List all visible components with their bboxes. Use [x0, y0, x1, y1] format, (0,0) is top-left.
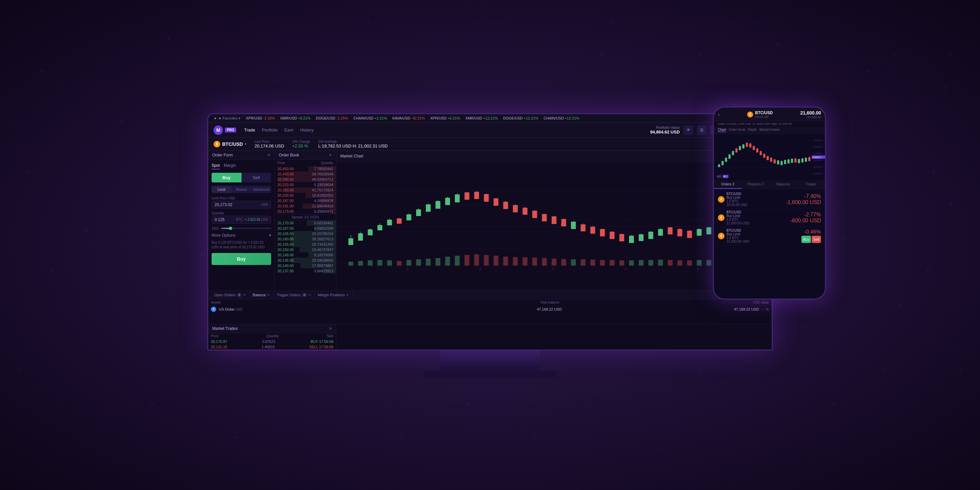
tab-market[interactable]: Market	[232, 186, 251, 193]
trade-row-2: 20,121.16 1.46815 SELL 17:56:08	[211, 344, 333, 350]
limit-price-input[interactable]: 20,173.02 USD	[212, 201, 271, 209]
nav-portfolio[interactable]: Portfolio	[262, 128, 278, 132]
balance-up-arrow[interactable]: ↑	[762, 307, 764, 311]
phone-price-area: 21,600.00 -25,000.00	[800, 110, 821, 119]
tab-spot[interactable]: Spot	[212, 163, 220, 169]
phone-header: ‹ ₿ BTC/USD Vol:43.3M 21,600.00 -25,000.…	[714, 107, 825, 121]
portfolio-value: Portfolio Value 94,864.62 USD	[650, 126, 679, 134]
svg-rect-43	[494, 198, 499, 206]
order-book-close-icon[interactable]: ✕	[329, 153, 332, 158]
ticker-item-kava[interactable]: KAVA/USD -42.21%	[392, 116, 425, 120]
phone-back-button[interactable]: ‹	[718, 112, 719, 118]
svg-rect-27	[416, 209, 421, 216]
phone-tab-chart[interactable]: Chart	[718, 128, 726, 132]
bottom-panel-main: Open Orders 3 ✕ Balance ✕ Trigger Orders…	[208, 291, 772, 324]
svg-rect-61	[581, 224, 585, 231]
svg-rect-121	[571, 259, 576, 266]
tab-limit[interactable]: Limit	[212, 186, 232, 193]
phone-tab-trades[interactable]: Trades	[797, 180, 825, 189]
svg-rect-79	[668, 227, 673, 235]
balance-percent-icon[interactable]: %	[765, 307, 769, 311]
svg-rect-45	[503, 202, 508, 209]
tab-open-orders[interactable]: Open Orders 3 ✕	[211, 291, 250, 299]
bid-row: 20,145.0029.59538830	[275, 258, 336, 263]
svg-rect-132	[677, 260, 682, 266]
ob-column-headers: Price Quantity	[275, 160, 336, 166]
svg-rect-55	[552, 216, 557, 224]
phone-tab-orderbook[interactable]: Order book	[729, 128, 745, 132]
tab-margin[interactable]: Margin	[224, 163, 236, 169]
leverage-row: 18%	[212, 227, 271, 230]
more-options-row[interactable]: More Options ▾	[212, 233, 271, 238]
ticker-item-xpr[interactable]: XPR/USD -2.18%	[246, 116, 275, 120]
svg-rect-194	[774, 160, 776, 163]
svg-rect-57	[561, 219, 566, 227]
nav-earn[interactable]: Earn	[285, 128, 293, 132]
favorites-dropdown[interactable]: ★ ★ Favorites ▾	[213, 116, 240, 121]
grid-icon[interactable]: ⊞	[697, 126, 706, 135]
svg-rect-162	[718, 164, 720, 167]
ticker-item-doge[interactable]: DOGE/USD -1.25%	[316, 116, 348, 120]
svg-rect-21	[387, 220, 392, 225]
phone-chart-area: 22000.0 21500.0 21000.0 20500.0 20000.0 …	[714, 134, 825, 180]
balance-close-icon[interactable]: ✕	[267, 293, 270, 297]
market-trades-close-icon[interactable]: ✕	[329, 326, 332, 331]
phone-buy-button[interactable]: Buy	[801, 236, 811, 243]
svg-rect-87	[706, 227, 711, 235]
quantity-input[interactable]: 0.125 BTC + 2,521.62 USD	[212, 216, 271, 224]
phone-tab-balances[interactable]: Balances	[770, 180, 797, 189]
ticker-item-xmr2[interactable]: XMR/USD +12.21%	[465, 116, 498, 120]
svg-text:2: 2	[479, 267, 481, 270]
instrument-selector[interactable]: ₿ BTC/USD ▾	[213, 141, 247, 147]
candlestick-chart: 23000.0 22500.0 22000.0 21500.0 21000.0 …	[336, 162, 772, 278]
order-form-close-icon[interactable]: ✕	[267, 153, 270, 158]
svg-rect-19	[377, 225, 383, 230]
eye-icon[interactable]: 👁	[684, 126, 693, 135]
svg-rect-37	[465, 192, 469, 200]
phone-tab-orders[interactable]: Orders 3	[714, 180, 742, 189]
svg-rect-204	[791, 159, 793, 163]
ticker-item-chain[interactable]: CHAIN/USD +2.21%	[353, 116, 387, 120]
phone-tab-depth[interactable]: Depth	[748, 128, 757, 132]
sell-tab[interactable]: Sell	[242, 173, 272, 182]
ticker-item-chain2[interactable]: CHAIN/USD +12.21%	[544, 116, 579, 120]
svg-rect-85	[697, 229, 702, 236]
tab-trigger-orders[interactable]: Trigger Orders 0 ✕	[274, 291, 314, 299]
svg-rect-71	[629, 236, 634, 243]
svg-rect-115	[513, 257, 518, 266]
ticker-item-xmr[interactable]: XMR/USD +0.21%	[280, 116, 310, 120]
leverage-bar[interactable]	[221, 228, 271, 229]
tab-balance[interactable]: Balance ✕	[250, 291, 274, 299]
order-book-bids: 20,170.009.58339481 20,167.006.59652599 …	[275, 220, 336, 274]
bid-row: 20,140.0017.95979887	[275, 263, 336, 268]
ask-row: 20,181.0011.69549418	[275, 203, 336, 209]
svg-text:20500.0: 20500.0	[814, 159, 822, 162]
trigger-orders-close-icon[interactable]: ✕	[309, 293, 311, 297]
bid-row: 20,165.0023.20798216	[275, 231, 336, 236]
instrument-chevron-icon: ▾	[245, 142, 247, 146]
nav-history[interactable]: History	[300, 128, 313, 132]
phone-chart-svg: 22000.0 21500.0 21000.0 20500.0 20000.0 …	[714, 134, 825, 180]
svg-rect-109	[455, 255, 460, 266]
margin-positions-close-icon[interactable]: ✕	[346, 293, 349, 297]
ticker-item-doge2[interactable]: DOGE/USD +12.21%	[503, 116, 538, 120]
tab-margin-positions[interactable]: Margin Positions ✕	[315, 291, 353, 299]
svg-rect-172	[735, 148, 738, 152]
buy-tab[interactable]: Buy	[212, 173, 242, 182]
open-orders-close-icon[interactable]: ✕	[243, 293, 246, 297]
svg-rect-53	[542, 214, 547, 221]
ask-row: 20,200.0010.41982052	[275, 193, 336, 198]
buy-button[interactable]: Buy	[212, 253, 271, 265]
phone-sell-button[interactable]: Sell	[812, 236, 821, 243]
bid-row: 20,137.003.88473913	[275, 268, 336, 274]
price-range: 24h low/high L:19,782.53 USD H: 21,002.3…	[318, 140, 388, 148]
svg-rect-111	[474, 254, 479, 266]
svg-rect-131	[668, 260, 673, 266]
ticker-item-xpr2[interactable]: XPR/USD +0.21%	[430, 116, 460, 120]
phone-tab-market-trades[interactable]: Market trades	[759, 128, 780, 132]
svg-rect-133	[687, 260, 692, 266]
logo-area: M PRO	[213, 126, 236, 135]
tab-advanced[interactable]: Advanced	[251, 186, 271, 193]
phone-tab-positions[interactable]: Positions 2	[742, 180, 770, 189]
nav-trade[interactable]: Trade	[244, 128, 255, 132]
